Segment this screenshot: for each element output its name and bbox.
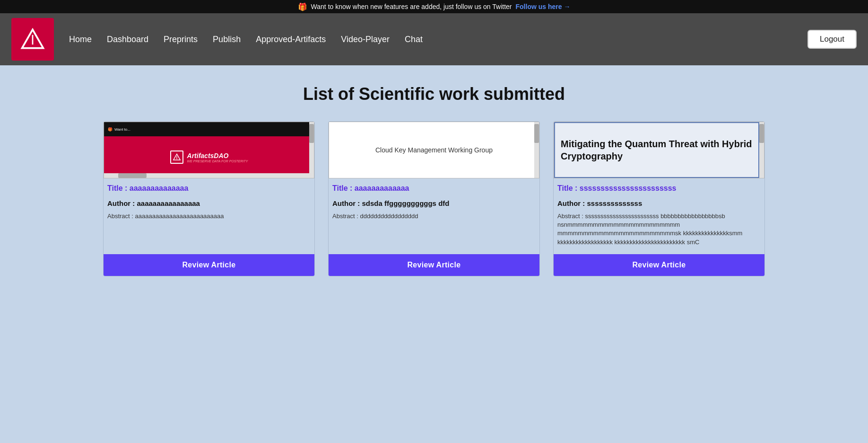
card-3: Mitigating the Quantum Threat with Hybri… (553, 121, 765, 276)
card-3-preview: Mitigating the Quantum Threat with Hybri… (554, 122, 764, 178)
card-2-title: Title : aaaaaaaaaaaaa (332, 184, 536, 193)
cards-grid: 🎁 Want to... ArtifactsDAO WE PRESE (103, 121, 765, 276)
card-2-author: Author : sdsda ffggggggggggs dfd (332, 199, 536, 207)
card-1-body: Title : aaaaaaaaaaaaaa Author : aaaaaaaa… (104, 178, 314, 254)
card-3-review-button[interactable]: Review Article (554, 254, 764, 276)
preview-logo-icon (173, 153, 181, 161)
preview-banner: 🎁 Want to... (104, 122, 314, 136)
logout-button[interactable]: Logout (807, 30, 857, 49)
cloud-preview: Cloud Key Management Working Group (329, 122, 539, 178)
preview-banner-text: Want to... (114, 127, 130, 132)
top-banner: 🎁 Want to know when new features are add… (0, 0, 868, 13)
scrollbar-thumb-2 (534, 124, 539, 143)
card-2-body: Title : aaaaaaaaaaaaa Author : sdsda ffg… (329, 178, 539, 254)
preview-brand-tagline: WE PRESERVE DATA FOR POSTERITY (187, 159, 248, 163)
follow-us-link[interactable]: Follow us here → (516, 3, 571, 10)
card-3-abstract: Abstract : ssssssssssssssssssssssss bbbb… (557, 212, 761, 247)
nav-home[interactable]: Home (69, 35, 92, 44)
card-3-author: Author : ssssssssssssss (557, 199, 761, 207)
scrollbar-right-1[interactable] (309, 122, 314, 178)
card-1-title: Title : aaaaaaaaaaaaaa (107, 184, 311, 193)
logo-icon (19, 26, 46, 53)
quantum-preview-text: Mitigating the Quantum Threat with Hybri… (561, 138, 753, 162)
scrollbar-thumb-3 (759, 124, 764, 143)
card-3-body: Title : sssssssssssssssssssssss Author :… (554, 178, 764, 254)
preview-logo-area: ArtifactsDAO WE PRESERVE DATA FOR POSTER… (104, 136, 314, 178)
main-content: List of Scientific work submitted 🎁 Want… (0, 65, 868, 443)
nav-chat[interactable]: Chat (405, 35, 423, 44)
card-2: Cloud Key Management Working Group Title… (328, 121, 540, 276)
nav-preprints[interactable]: Preprints (164, 35, 198, 44)
card-1-review-button[interactable]: Review Article (104, 254, 314, 276)
nav-dashboard[interactable]: Dashboard (107, 35, 148, 44)
nav-links: Home Dashboard Preprints Publish Approve… (69, 35, 807, 44)
nav-publish[interactable]: Publish (213, 35, 241, 44)
quantum-preview: Mitigating the Quantum Threat with Hybri… (554, 122, 759, 178)
card-1-abstract: Abstract : aaaaaaaaaaaaaaaaaaaaaaaaaa (107, 212, 311, 221)
gift-icon: 🎁 (298, 2, 307, 11)
cloud-preview-text: Cloud Key Management Working Group (375, 146, 493, 154)
card-2-abstract: Abstract : ddddddddddddddddd (332, 212, 536, 221)
banner-text: Want to know when new features are added… (311, 3, 512, 10)
preview-brand-name: ArtifactsDAO (187, 152, 248, 159)
preview-gift: 🎁 (108, 127, 113, 132)
scrollbar-thumb-1 (309, 124, 314, 143)
scrollbar-thumb-h-1 (118, 173, 147, 178)
card-1-author: Author : aaaaaaaaaaaaaaaa (107, 199, 311, 207)
scrollbar-right-2[interactable] (534, 122, 539, 178)
artifacts-preview: 🎁 Want to... ArtifactsDAO WE PRESE (104, 122, 314, 178)
card-2-review-button[interactable]: Review Article (329, 254, 539, 276)
logo[interactable] (11, 18, 54, 61)
card-2-preview: Cloud Key Management Working Group (329, 122, 539, 178)
card-3-title: Title : sssssssssssssssssssssss (557, 184, 761, 193)
page-title: List of Scientific work submitted (28, 84, 840, 104)
scrollbar-bottom-1[interactable] (104, 173, 314, 178)
card-1: 🎁 Want to... ArtifactsDAO WE PRESE (103, 121, 315, 276)
preview-logo-box (170, 151, 183, 164)
preview-brand-col: ArtifactsDAO WE PRESERVE DATA FOR POSTER… (187, 152, 248, 163)
nav-approved-artifacts[interactable]: Approved-Artifacts (256, 35, 326, 44)
navbar: Home Dashboard Preprints Publish Approve… (0, 13, 868, 65)
nav-video-player[interactable]: Video-Player (341, 35, 390, 44)
card-1-preview: 🎁 Want to... ArtifactsDAO WE PRESE (104, 122, 314, 178)
scrollbar-right-3[interactable] (759, 122, 764, 178)
